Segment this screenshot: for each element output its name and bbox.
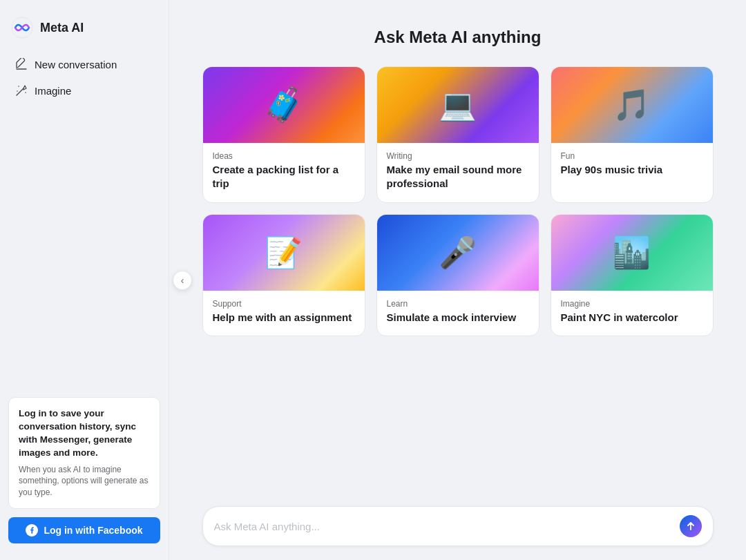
card-image-interview bbox=[377, 215, 539, 291]
card-body-packing: Ideas Create a packing list for a trip bbox=[203, 143, 365, 202]
send-button[interactable] bbox=[680, 515, 702, 537]
login-prompt: Log in to save your conversation history… bbox=[8, 397, 160, 509]
card-support-assignment[interactable]: Support Help me with an assignment bbox=[202, 214, 365, 336]
card-image-music bbox=[551, 67, 713, 143]
svg-point-2 bbox=[25, 92, 26, 93]
card-body-email: Writing Make my email sound more profess… bbox=[377, 143, 539, 202]
card-category-1: Ideas bbox=[213, 151, 355, 161]
card-title-1: Create a packing list for a trip bbox=[213, 163, 355, 191]
facebook-icon bbox=[26, 524, 38, 537]
sidebar-item-label-new-conversation: New conversation bbox=[35, 59, 117, 70]
main-scrollable-content: Ask Meta AI anything Ideas Create a pack… bbox=[169, 0, 746, 498]
sidebar-bottom: Log in to save your conversation history… bbox=[8, 397, 160, 549]
main-content-area: Ask Meta AI anything Ideas Create a pack… bbox=[169, 0, 746, 560]
login-facebook-label: Log in with Facebook bbox=[44, 525, 142, 536]
chevron-left-button[interactable]: ‹ bbox=[173, 271, 192, 290]
login-facebook-button[interactable]: Log in with Facebook bbox=[8, 517, 160, 543]
sidebar-item-new-conversation[interactable]: New conversation bbox=[8, 52, 160, 76]
card-title-3: Play 90s music trivia bbox=[561, 163, 703, 177]
page-title: Ask Meta AI anything bbox=[197, 28, 718, 47]
input-wrapper bbox=[202, 506, 714, 546]
card-category-3: Fun bbox=[561, 151, 703, 161]
suggestion-cards-grid: Ideas Create a packing list for a trip W… bbox=[202, 66, 714, 336]
card-imagine-nyc[interactable]: Imagine Paint NYC in watercolor bbox=[551, 214, 714, 336]
edit-icon bbox=[15, 58, 28, 70]
wand-icon bbox=[15, 84, 28, 97]
card-fun-music[interactable]: Fun Play 90s music trivia bbox=[551, 66, 714, 203]
card-body-assignment: Support Help me with an assignment bbox=[203, 291, 365, 336]
chat-input[interactable] bbox=[214, 521, 680, 532]
login-prompt-description: When you ask AI to imagine something, op… bbox=[19, 464, 150, 499]
card-category-6: Imagine bbox=[561, 299, 703, 309]
card-title-6: Paint NYC in watercolor bbox=[561, 311, 703, 325]
card-learn-interview[interactable]: Learn Simulate a mock interview bbox=[376, 214, 539, 336]
login-prompt-title: Log in to save your conversation history… bbox=[19, 407, 150, 460]
card-category-2: Writing bbox=[387, 151, 529, 161]
card-title-2: Make my email sound more professional bbox=[387, 163, 529, 191]
card-image-packing bbox=[203, 67, 365, 143]
card-title-4: Help me with an assignment bbox=[213, 311, 355, 325]
card-body-interview: Learn Simulate a mock interview bbox=[377, 291, 539, 336]
card-category-5: Learn bbox=[387, 299, 529, 309]
card-image-nyc bbox=[551, 215, 713, 291]
sidebar: Meta AI New conversation Imagine Log in … bbox=[0, 0, 169, 560]
meta-ai-logo-icon bbox=[11, 17, 33, 39]
card-image-email bbox=[377, 67, 539, 143]
svg-point-3 bbox=[17, 90, 18, 92]
logo-area: Meta AI bbox=[8, 11, 160, 52]
app-title: Meta AI bbox=[40, 21, 84, 35]
sidebar-item-imagine[interactable]: Imagine bbox=[8, 79, 160, 102]
chevron-left-icon: ‹ bbox=[181, 275, 184, 286]
send-icon bbox=[686, 521, 696, 531]
sidebar-navigation: New conversation Imagine bbox=[8, 52, 160, 102]
svg-point-1 bbox=[18, 86, 19, 87]
sidebar-item-label-imagine: Imagine bbox=[35, 85, 71, 97]
card-image-assignment bbox=[203, 215, 365, 291]
card-category-4: Support bbox=[213, 299, 355, 309]
card-body-music: Fun Play 90s music trivia bbox=[551, 143, 713, 188]
card-writing-email[interactable]: Writing Make my email sound more profess… bbox=[376, 66, 539, 203]
input-area bbox=[169, 498, 746, 560]
card-title-5: Simulate a mock interview bbox=[387, 311, 529, 325]
card-body-nyc: Imagine Paint NYC in watercolor bbox=[551, 291, 713, 336]
card-ideas-packing[interactable]: Ideas Create a packing list for a trip bbox=[202, 66, 365, 203]
